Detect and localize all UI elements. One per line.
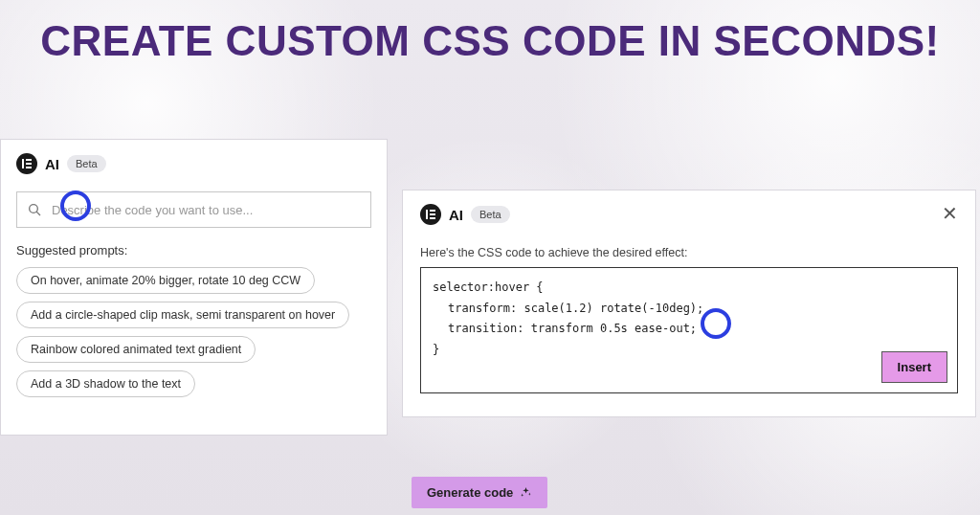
elementor-logo-icon <box>16 153 37 174</box>
ai-prompt-panel: AI Beta Suggested prompts: On hover, ani… <box>0 139 388 436</box>
css-code-box: selector:hover { transform: scale(1.2) r… <box>420 267 958 393</box>
svg-rect-7 <box>430 210 435 212</box>
ai-title-right: AI <box>449 207 463 223</box>
svg-point-4 <box>30 205 38 213</box>
svg-rect-3 <box>26 167 32 168</box>
sparkle-icon <box>520 486 532 499</box>
suggested-prompts-list: On hover, animate 20% bigger, rotate 10 … <box>16 267 371 397</box>
svg-rect-0 <box>22 159 24 168</box>
result-label: Here's the CSS code to achieve the desir… <box>420 246 958 259</box>
code-line: transition: transform 0.5s ease-out; <box>433 319 946 340</box>
ai-result-panel: AI Beta ✕ Here's the CSS code to achieve… <box>402 190 976 417</box>
ai-header-left: AI Beta <box>16 153 371 174</box>
generate-label: Generate code <box>427 485 513 500</box>
code-line: selector:hover { <box>433 278 946 299</box>
suggested-prompts-label: Suggested prompts: <box>16 243 371 258</box>
elementor-logo-icon <box>420 204 441 225</box>
generate-code-button[interactable]: Generate code <box>412 477 547 508</box>
beta-badge-left: Beta <box>67 155 106 172</box>
prompt-chip[interactable]: Add a 3D shadow to the text <box>16 370 195 397</box>
code-line: } <box>433 340 946 361</box>
beta-badge-right: Beta <box>471 206 510 223</box>
ai-header-right: AI Beta ✕ <box>420 204 958 225</box>
ai-title-left: AI <box>45 156 59 172</box>
prompt-input[interactable] <box>42 203 361 217</box>
search-icon <box>27 202 42 217</box>
svg-line-5 <box>36 212 40 215</box>
prompt-chip[interactable]: Add a circle-shaped clip mask, semi tran… <box>16 302 349 328</box>
svg-rect-9 <box>430 217 435 219</box>
prompt-chip[interactable]: On hover, animate 20% bigger, rotate 10 … <box>16 267 315 294</box>
code-line: transform: scale(1.2) rotate(-10deg); <box>433 299 946 320</box>
svg-rect-6 <box>426 210 428 219</box>
prompt-chip[interactable]: Rainbow colored animated text gradient <box>16 336 256 363</box>
search-wrap[interactable] <box>16 191 371 228</box>
svg-rect-2 <box>26 163 32 165</box>
insert-button[interactable]: Insert <box>881 351 947 383</box>
page-headline: CREATE CUSTOM CSS CODE IN SECONDS! <box>0 17 980 66</box>
svg-rect-1 <box>26 159 32 161</box>
svg-rect-8 <box>430 213 435 215</box>
close-icon[interactable]: ✕ <box>942 204 958 223</box>
